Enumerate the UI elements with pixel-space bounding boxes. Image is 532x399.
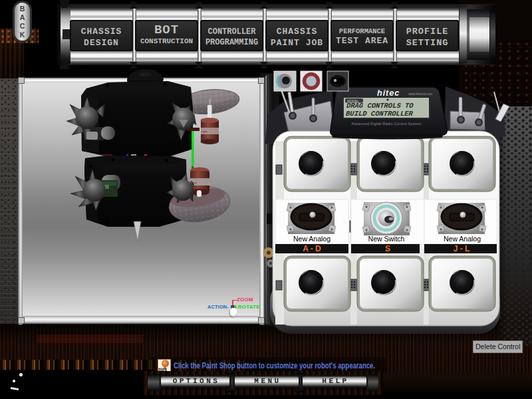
svg-text:www.hitecrcd.com: www.hitecrcd.com xyxy=(408,92,433,96)
svg-text:J - L: J - L xyxy=(454,244,470,253)
svg-text:hitec: hitec xyxy=(377,88,400,98)
svg-text:DRAG CONTROLS TO: DRAG CONTROLS TO xyxy=(346,102,414,110)
svg-text:Advanced Digital Radio Control: Advanced Digital Radio Control System xyxy=(351,122,421,126)
svg-text:New Analog: New Analog xyxy=(293,235,331,243)
svg-text:A - D: A - D xyxy=(303,244,321,253)
svg-text:S: S xyxy=(385,244,390,253)
svg-text:New Switch: New Switch xyxy=(368,235,405,243)
svg-text:New Analog: New Analog xyxy=(444,235,481,243)
svg-text:BUILD CONTROLLER: BUILD CONTROLLER xyxy=(346,110,414,118)
